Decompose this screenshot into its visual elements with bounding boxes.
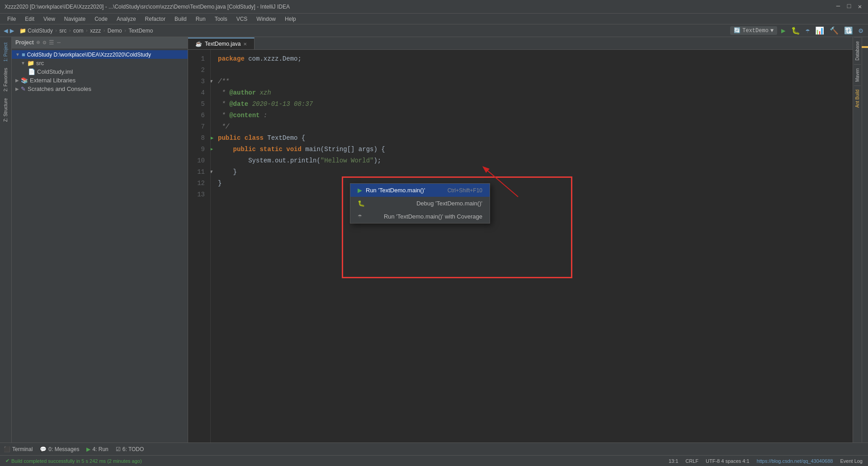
ctx-run-item[interactable]: ▶ Run 'TextDemo.main()' Ctrl+Shift+F10 [350, 184, 490, 197]
breadcrumb-demo[interactable]: Demo [108, 28, 122, 34]
code-content[interactable]: package com.xzzz.Demo; ▼ /** * @author x… [211, 50, 853, 442]
messages-tool[interactable]: 💬 0: Messages [40, 446, 79, 452]
scroll-marker [862, 46, 868, 48]
line-num-9: 9 [188, 144, 205, 155]
run-config-selector[interactable]: 🔄 TextDemo ▼ [730, 26, 777, 35]
favorites-panel-label[interactable]: 2: Favorites [2, 66, 9, 93]
scratches-icon: ✎ [21, 86, 26, 92]
run-icon: ▶ [86, 446, 90, 452]
fold-icon-11[interactable]: ▼ [211, 168, 213, 176]
todo-tool[interactable]: ☑ 6: TODO [116, 446, 144, 452]
line-ending[interactable]: CRLF [685, 458, 698, 464]
line-num-11: 11 [188, 166, 205, 178]
sync-button[interactable]: 🔃 [843, 26, 854, 35]
title-bar: Xzzz2020 [D:\workplace\IDEA\Xzzz2020] - … [0, 0, 868, 14]
run-gutter-icon-8[interactable]: ▶ [211, 133, 213, 143]
structure-panel-label[interactable]: Z: Structure [2, 96, 9, 124]
breadcrumb-xzzz[interactable]: xzzz [90, 28, 101, 34]
fold-icon-3[interactable]: ▼ [211, 78, 213, 86]
tab-close-icon[interactable]: ✕ [243, 42, 247, 47]
ctx-run-icon: ▶ [358, 187, 362, 194]
tree-item-coldstudy[interactable]: ▼ ■ ColdStudy D:\workplace\IDEA\Xzzz2020… [12, 50, 188, 59]
toolbar-right: 🔄 TextDemo ▼ ▶ 🐛 ☂ 📊 🔨 🔃 ⚙ [730, 26, 864, 35]
coverage-button[interactable]: ☂ [804, 26, 811, 35]
nav-back-icon[interactable]: ◀ [4, 26, 8, 35]
sidebar-gear-icon[interactable]: ⚙ [43, 39, 47, 46]
tree-label-ext-libs: External Libraries [30, 77, 75, 84]
code-line-13 [218, 189, 845, 200]
sidebar: Project ⊕ ⚙ ☰ ─ ▼ ■ ColdStudy D:\workpla… [12, 37, 188, 442]
run-config-label: TextDemo [742, 28, 769, 34]
run-tool[interactable]: ▶ 4: Run [86, 446, 108, 452]
menu-item-vcs[interactable]: VCS [233, 15, 251, 23]
maven-panel-label[interactable]: Maven [854, 64, 861, 86]
close-button[interactable]: ✕ [856, 3, 863, 10]
line-num-3: 3 [188, 76, 205, 87]
breadcrumb-coldstudy[interactable]: 📁ColdStudy [19, 28, 52, 34]
menu-item-refactor[interactable]: Refactor [142, 15, 169, 23]
code-line-9: ▶ public static void main(String[] args)… [218, 144, 845, 155]
build-button[interactable]: 🔨 [828, 26, 840, 35]
code-editor[interactable]: 1 2 3 4 5 6 7 8 9 10 11 12 13 package co… [188, 50, 853, 442]
line-num-5: 5 [188, 99, 205, 110]
nav-forward-icon[interactable]: ▶ [10, 26, 14, 35]
menu-item-tools[interactable]: Tools [211, 15, 231, 23]
cursor-position[interactable]: 13:1 [669, 458, 678, 464]
antbuild-panel-label[interactable]: Ant Build [854, 86, 861, 111]
expand-icon: ▼ [21, 61, 25, 66]
run-gutter-icon-9[interactable]: ▶ [211, 145, 213, 154]
breadcrumb-com[interactable]: com [73, 28, 84, 34]
window-controls: ─ □ ✕ [835, 3, 863, 10]
run-button[interactable]: ▶ [780, 26, 787, 35]
tree-item-src[interactable]: ▼ 📁 src [12, 59, 188, 67]
ctx-coverage-label: Run 'TextDemo.main()' with Coverage [384, 213, 482, 220]
tree-label-src: src [36, 60, 44, 67]
folder-icon: 📁 [27, 60, 34, 67]
encoding-info[interactable]: UTF-8 4 spaces 4:1 [706, 458, 750, 464]
ctx-debug-icon: 🐛 [358, 200, 365, 207]
ctx-run-shortcut: Ctrl+Shift+F10 [448, 187, 482, 194]
menu-item-window[interactable]: Window [253, 15, 279, 23]
breadcrumb-src[interactable]: src [59, 28, 66, 34]
tree-label-coldstudy: ColdStudy D:\workplace\IDEA\Xzzz2020\Col… [27, 52, 151, 58]
menu-item-navigate[interactable]: Navigate [61, 15, 89, 23]
menu-item-file[interactable]: File [4, 15, 19, 23]
sidebar-minimize-icon[interactable]: ─ [57, 39, 61, 46]
expand-icon: ▼ [15, 52, 20, 57]
git-url[interactable]: https://blog.csdn.net/qq_43040688 [757, 458, 833, 464]
menu-item-view[interactable]: View [40, 15, 59, 23]
database-panel-label[interactable]: Database [854, 37, 861, 64]
menu-item-help[interactable]: Help [281, 15, 300, 23]
project-panel-label[interactable]: 1: Project [2, 41, 9, 63]
tree-item-iml[interactable]: 📄 ColdStudy.iml [12, 67, 188, 76]
code-line-2 [218, 65, 845, 76]
code-line-1: package com.xzzz.Demo; [218, 53, 845, 65]
menu-item-edit[interactable]: Edit [21, 15, 38, 23]
line-numbers: 1 2 3 4 5 6 7 8 9 10 11 12 13 [188, 50, 211, 442]
maximize-button[interactable]: □ [845, 3, 853, 10]
code-line-6: * @content : [218, 110, 845, 121]
menu-item-code[interactable]: Code [91, 15, 111, 23]
sidebar-scope-icon[interactable]: ⊕ [37, 39, 40, 46]
status-right: 13:1 CRLF UTF-8 4 spaces 4:1 https://blo… [669, 458, 863, 464]
tab-textdemo[interactable]: ☕ TextDemo.java ✕ [188, 38, 255, 49]
event-log[interactable]: Event Log [840, 458, 863, 464]
tree-item-external-libs[interactable]: ▶ 📚 External Libraries [12, 76, 188, 85]
build-status-text: Build completed successfully in 5 s 242 … [11, 458, 142, 464]
tree-item-scratches[interactable]: ▶ ✎ Scratches and Consoles [12, 85, 188, 93]
breadcrumb-textdemo[interactable]: TextDemo [128, 28, 153, 34]
ctx-debug-item[interactable]: 🐛 Debug 'TextDemo.main()' [350, 197, 490, 210]
right-scroll-strip[interactable] [862, 37, 868, 442]
code-line-4: * @author xzh [218, 87, 845, 99]
terminal-tool[interactable]: ⬛ Terminal [4, 446, 33, 452]
sidebar-settings-icon[interactable]: ☰ [49, 39, 54, 46]
debug-button[interactable]: 🐛 [790, 26, 802, 35]
profile-button[interactable]: 📊 [814, 26, 826, 35]
menu-item-run[interactable]: Run [192, 15, 209, 23]
minimize-button[interactable]: ─ [835, 3, 842, 10]
ctx-coverage-item[interactable]: ☂ Run 'TextDemo.main()' with Coverage [350, 210, 490, 223]
menu-item-build[interactable]: Build [171, 15, 190, 23]
settings-button[interactable]: ⚙ [857, 26, 864, 35]
line-num-7: 7 [188, 121, 205, 133]
menu-item-analyze[interactable]: Analyze [113, 15, 140, 23]
